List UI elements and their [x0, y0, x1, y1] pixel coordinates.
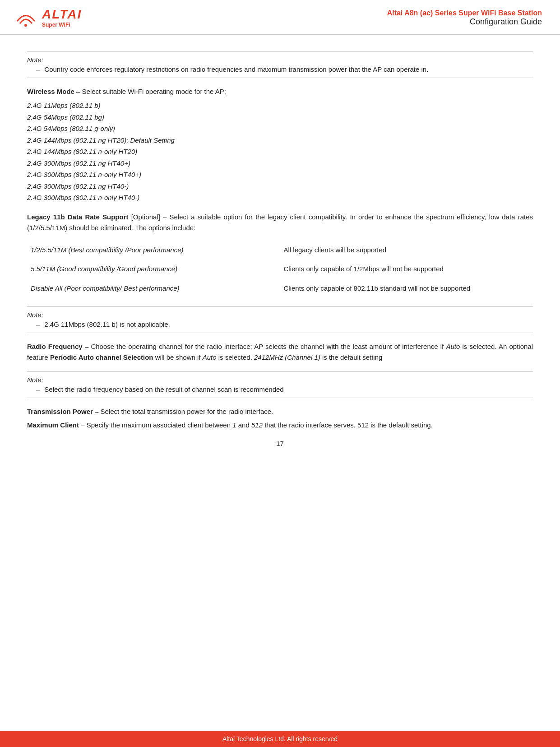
header-subtitle: Configuration Guide — [387, 17, 542, 27]
transmission-power-para: Transmission Power – Select the total tr… — [27, 406, 533, 417]
wireless-mode-text: Select suitable Wi-Fi operating mode for… — [82, 88, 226, 95]
note-24g: Note: – 2.4G 11Mbps (802.11 b) is not ap… — [27, 306, 533, 333]
logo-superwifi-text: Super WiFi — [42, 22, 70, 28]
radio-freq-bold-feature: Periodic Auto channel Selection — [50, 353, 153, 361]
maximum-client-val1: 1 — [232, 421, 236, 429]
radio-frequency-para: Radio Frequency – Choose the operating c… — [27, 341, 533, 363]
page-header: ALTAI Super WiFi Altai A8n (ac) Series S… — [0, 0, 560, 35]
wireless-mode-intro: Wireless Mode – Select suitable Wi-Fi op… — [27, 86, 533, 97]
legacy-desc-1: Clients only capable of 1/2Mbps will not… — [280, 260, 533, 279]
transmission-power-section: Transmission Power – Select the total tr… — [27, 406, 533, 431]
maximum-client-para: Maximum Client – Specify the maximum ass… — [27, 420, 533, 431]
radio-freq-dash: – — [85, 343, 91, 350]
note1-text: Country code enforces regulatory restric… — [44, 65, 428, 73]
page-number: 17 — [27, 440, 533, 447]
legacy-row-2: Disable All (Poor compatibility/ Best pe… — [27, 279, 533, 298]
radio-freq-text3: will be shown if — [155, 353, 203, 361]
legacy-table: 1/2/5.5/11M (Best compatibility /Poor pe… — [27, 241, 533, 298]
radio-freq-text1: Choose the operating channel for the rad… — [91, 343, 444, 350]
wireless-mode-dash: – — [76, 88, 82, 95]
maximum-client-text: Specify the maximum associated client be… — [87, 421, 231, 429]
note1-dash: – — [36, 65, 40, 73]
mode-item: 2.4G 300Mbps (802.11 n-only HT40-) — [27, 192, 533, 204]
wireless-mode-section: Wireless Mode – Select suitable Wi-Fi op… — [27, 86, 533, 204]
note1-label: Note: — [27, 56, 533, 64]
note3-text: Select the radio frequency based on the … — [44, 385, 283, 393]
note2-label: Note: — [27, 311, 533, 319]
legacy-option-2: Disable All (Poor compatibility/ Best pe… — [27, 279, 280, 298]
note2-item: – 2.4G 11Mbps (802.11 b) is not applicab… — [36, 320, 533, 328]
mode-item: 2.4G 54Mbps (802.11 bg) — [27, 111, 533, 123]
header-title: Altai A8n (ac) Series Super WiFi Base St… — [387, 9, 542, 17]
legacy-row-1: 5.5/11M (Good compatibility /Good perfor… — [27, 260, 533, 279]
radio-freq-text4: is selected. — [218, 353, 254, 361]
wireless-mode-list: 2.4G 11Mbps (802.11 b) 2.4G 54Mbps (802.… — [27, 100, 533, 204]
logo-altai-text: ALTAI — [42, 8, 82, 21]
legacy-desc-2: Clients only capable of 802.11b standard… — [280, 279, 533, 298]
maximum-client-label: Maximum Client — [27, 421, 79, 429]
radio-frequency-section: Radio Frequency – Choose the operating c… — [27, 341, 533, 363]
maximum-client-text2: that the radio interface serves. 512 is … — [264, 421, 433, 429]
mode-item: 2.4G 11Mbps (802.11 b) — [27, 100, 533, 111]
legacy-section: Legacy 11b Data Rate Support [Optional] … — [27, 212, 533, 298]
wireless-mode-label: Wireless Mode — [27, 88, 74, 95]
mode-item: 2.4G 300Mbps (802.11 ng HT40+) — [27, 158, 533, 169]
note1-item: – Country code enforces regulatory restr… — [36, 65, 533, 73]
maximum-client-val2: 512 — [251, 421, 263, 429]
logo-text: ALTAI Super WiFi — [42, 8, 82, 28]
note3-label: Note: — [27, 376, 533, 384]
transmission-power-dash: – — [95, 408, 101, 415]
legacy-intro: Legacy 11b Data Rate Support [Optional] … — [27, 212, 533, 233]
mode-item: 2.4G 54Mbps (802.11 g-only) — [27, 123, 533, 135]
legacy-row-0: 1/2/5.5/11M (Best compatibility /Poor pe… — [27, 241, 533, 260]
note3-item: – Select the radio frequency based on th… — [36, 385, 533, 393]
radio-freq-auto1: Auto — [446, 343, 460, 350]
note-channel-scan: Note: – Select the radio frequency based… — [27, 371, 533, 398]
main-content: Note: – Country code enforces regulatory… — [0, 35, 560, 479]
mode-item: 2.4G 300Mbps (802.11 ng HT40-) — [27, 181, 533, 192]
legacy-dash: – — [163, 213, 169, 221]
altai-logo-icon — [14, 5, 38, 30]
note3-dash: – — [36, 385, 40, 393]
legacy-desc-0: All legacy clients will be supported — [280, 241, 533, 260]
radio-freq-text5: is the default setting — [322, 353, 382, 361]
header-right: Altai A8n (ac) Series Super WiFi Base St… — [387, 9, 542, 27]
page-footer: Altai Technologies Ltd. All rights reser… — [0, 731, 560, 747]
svg-point-1 — [24, 24, 27, 27]
radio-freq-label: Radio Frequency — [27, 343, 83, 350]
maximum-client-dash: – — [81, 421, 87, 429]
note-country-code: Note: – Country code enforces regulatory… — [27, 51, 533, 78]
mode-item: 2.4G 300Mbps (802.11 n-only HT40+) — [27, 169, 533, 181]
legacy-optional: [Optional] — [131, 213, 163, 221]
transmission-power-text: Select the total transmission power for … — [101, 408, 273, 415]
radio-freq-auto2: Auto — [203, 353, 217, 361]
mode-item: 2.4G 144Mbps (802.11 ng HT20); Default S… — [27, 135, 533, 146]
legacy-option-1: 5.5/11M (Good compatibility /Good perfor… — [27, 260, 280, 279]
maximum-client-and: and — [238, 421, 251, 429]
note2-text: 2.4G 11Mbps (802.11 b) is not applicable… — [44, 320, 170, 328]
mode-item: 2.4G 144Mbps (802.11 n-only HT20) — [27, 146, 533, 158]
legacy-option-0: 1/2/5.5/11M (Best compatibility /Poor pe… — [27, 241, 280, 260]
radio-freq-italic-default: 2412MHz (Channel 1) — [254, 353, 320, 361]
logo-area: ALTAI Super WiFi — [14, 5, 82, 30]
legacy-label: Legacy 11b Data Rate Support — [27, 213, 129, 221]
note2-dash: – — [36, 320, 40, 328]
footer-text: Altai Technologies Ltd. All rights reser… — [222, 735, 338, 742]
transmission-power-label: Transmission Power — [27, 408, 93, 415]
